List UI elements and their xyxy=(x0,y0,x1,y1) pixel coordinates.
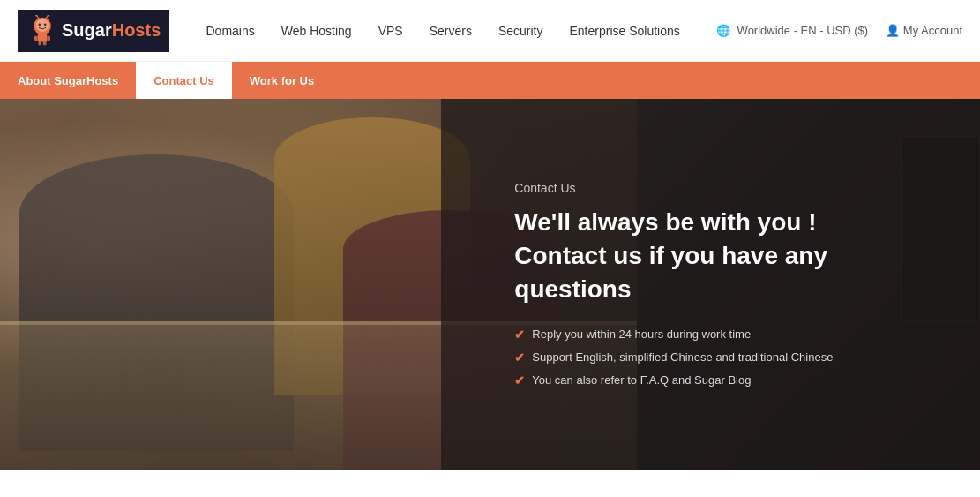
logo-icon xyxy=(26,15,58,47)
region-selector[interactable]: 🌐 Worldwide - EN - USD ($) xyxy=(716,24,868,37)
nav-servers[interactable]: Servers xyxy=(430,24,472,38)
user-icon: 👤 xyxy=(886,24,900,37)
hero-content: Contact Us We'll always be with you ! Co… xyxy=(470,99,980,470)
svg-rect-9 xyxy=(34,35,38,41)
feature-text-2: Support English, simplified Chinese and … xyxy=(532,350,833,364)
subnav-about[interactable]: About SugarHosts xyxy=(0,62,136,99)
hero-heading-line3: questions xyxy=(514,275,631,303)
hero-section: Contact Us We'll always be with you ! Co… xyxy=(0,99,980,470)
globe-icon: 🌐 xyxy=(716,24,730,37)
hero-heading-line2: Contact us if you have any xyxy=(514,242,827,269)
account-link[interactable]: 👤 My Account xyxy=(886,24,962,37)
feature-item-3: ✔ You can also refer to F.A.Q and Sugar … xyxy=(514,373,936,388)
svg-point-3 xyxy=(44,23,47,26)
svg-rect-11 xyxy=(39,41,42,45)
checkmark-icon-2: ✔ xyxy=(514,350,525,365)
checkmark-icon-1: ✔ xyxy=(514,328,525,342)
feature-item-1: ✔ Reply you within 24 hours during work … xyxy=(514,328,936,342)
feature-text-3: You can also refer to F.A.Q and Sugar Bl… xyxy=(532,373,751,387)
hero-heading-line1: We'll always be with you ! xyxy=(514,208,816,236)
nav-enterprise[interactable]: Enterprise Solutions xyxy=(569,24,679,38)
nav-domains[interactable]: Domains xyxy=(206,24,254,38)
nav-web-hosting[interactable]: Web Hosting xyxy=(281,24,352,38)
subnav-contact[interactable]: Contact Us xyxy=(136,62,232,99)
svg-rect-10 xyxy=(47,35,50,41)
nav-security[interactable]: Security xyxy=(498,24,543,38)
logo-text: SugarHosts xyxy=(62,20,161,41)
svg-line-6 xyxy=(46,15,49,19)
svg-point-1 xyxy=(36,19,49,31)
hero-heading: We'll always be with you ! Contact us if… xyxy=(514,206,936,305)
main-header: SugarHosts Domains Web Hosting VPS Serve… xyxy=(0,0,980,62)
feature-item-2: ✔ Support English, simplified Chinese an… xyxy=(514,350,936,365)
checkmark-icon-3: ✔ xyxy=(514,373,525,388)
logo[interactable]: SugarHosts xyxy=(18,10,169,52)
hero-contact-label: Contact Us xyxy=(514,181,936,195)
nav-vps[interactable]: VPS xyxy=(378,24,403,38)
svg-rect-12 xyxy=(43,41,47,45)
svg-line-4 xyxy=(37,15,40,19)
subnav-work[interactable]: Work for Us xyxy=(232,62,332,99)
sub-nav: About SugarHosts Contact Us Work for Us xyxy=(0,62,980,99)
svg-rect-8 xyxy=(38,34,48,41)
svg-point-2 xyxy=(39,23,41,26)
feature-text-1: Reply you within 24 hours during work ti… xyxy=(532,328,751,341)
header-right: 🌐 Worldwide - EN - USD ($) 👤 My Account xyxy=(716,24,962,37)
logo-area: SugarHosts xyxy=(18,10,169,52)
hero-features-list: ✔ Reply you within 24 hours during work … xyxy=(514,328,936,388)
main-nav: Domains Web Hosting VPS Servers Security… xyxy=(206,24,679,38)
